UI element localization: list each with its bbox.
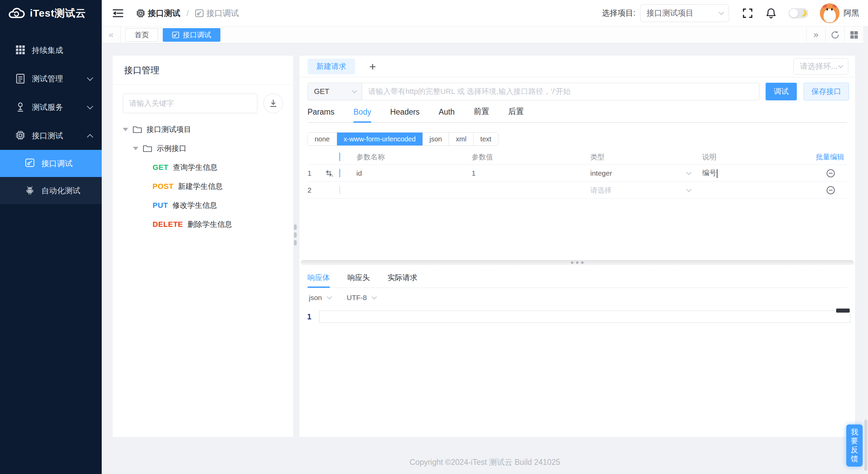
sidebar-item-label: 接口调试 bbox=[41, 158, 73, 169]
body-type-text[interactable]: text bbox=[474, 133, 498, 145]
chevron-down-icon bbox=[352, 88, 357, 94]
caret-down-icon[interactable] bbox=[123, 128, 128, 131]
tree-node-label: 接口测试项目 bbox=[146, 124, 191, 135]
chevron-down-icon bbox=[372, 294, 377, 300]
app-title: iTest测试云 bbox=[30, 6, 86, 20]
fullscreen-icon[interactable] bbox=[743, 8, 753, 18]
body-type-none[interactable]: none bbox=[308, 133, 337, 145]
editor-active-line[interactable] bbox=[319, 311, 850, 323]
horizontal-resize-handle[interactable] bbox=[301, 260, 854, 265]
search-input[interactable] bbox=[123, 94, 257, 113]
row-checkbox[interactable] bbox=[339, 186, 340, 194]
tab-headers[interactable]: Headers bbox=[390, 107, 420, 122]
tab-auth[interactable]: Auth bbox=[439, 107, 455, 122]
cpu-icon bbox=[136, 9, 145, 18]
param-value-field[interactable]: 1 bbox=[472, 169, 590, 177]
tab-body[interactable]: Body bbox=[353, 107, 371, 122]
feedback-button[interactable]: 我要反馈 bbox=[846, 424, 863, 467]
tree-node-api[interactable]: DELETE 删除学生信息 bbox=[123, 215, 293, 234]
route-tab-label: 接口调试 bbox=[183, 30, 211, 40]
drag-handle-icon[interactable] bbox=[324, 169, 339, 177]
api-test-submenu: 接口调试 自动化测试 bbox=[0, 150, 102, 204]
tab-response-headers[interactable]: 响应头 bbox=[348, 273, 370, 288]
response-format-select[interactable]: json bbox=[309, 294, 331, 302]
sidebar-item-test-mgmt[interactable]: 测试管理 bbox=[0, 64, 102, 93]
http-method-select[interactable]: GET bbox=[308, 83, 362, 100]
tab-actual-request[interactable]: 实际请求 bbox=[388, 273, 417, 288]
param-type-select[interactable]: integer bbox=[590, 169, 702, 177]
bulk-edit-link[interactable]: 批量编辑 bbox=[807, 152, 848, 162]
tab-post-script[interactable]: 后置 bbox=[508, 106, 524, 122]
tree-node-folder[interactable]: 示例接口 bbox=[123, 139, 293, 158]
toggle-knob bbox=[789, 9, 798, 18]
chevron-down-icon bbox=[327, 294, 332, 300]
double-arrow-right-icon[interactable]: » bbox=[806, 26, 825, 43]
param-desc-field[interactable]: 编号 bbox=[702, 168, 807, 178]
dark-mode-toggle[interactable] bbox=[789, 8, 808, 18]
download-button[interactable] bbox=[263, 94, 283, 113]
route-tabbar: « 首页 接口调试 » bbox=[102, 26, 863, 43]
tree-node-project[interactable]: 接口测试项目 bbox=[123, 120, 293, 139]
chevron-down-icon bbox=[686, 186, 692, 192]
api-method-badge: PUT bbox=[153, 201, 168, 210]
tree-node-api[interactable]: POST 新建学生信息 bbox=[123, 177, 293, 196]
editor-scrollbar-thumb[interactable] bbox=[836, 309, 850, 313]
api-name: 新建学生信息 bbox=[178, 181, 223, 192]
page-scrollbar[interactable] bbox=[864, 26, 868, 474]
body-type-xml[interactable]: xml bbox=[449, 133, 473, 145]
double-arrow-left-icon[interactable]: « bbox=[102, 26, 121, 43]
chevron-down-icon bbox=[87, 103, 93, 109]
select-all-checkbox[interactable] bbox=[339, 153, 340, 161]
layout-grid-icon[interactable] bbox=[844, 26, 863, 43]
col-param-desc: 说明 bbox=[702, 152, 807, 162]
tab-params[interactable]: Params bbox=[308, 107, 334, 122]
api-name: 删除学生信息 bbox=[188, 219, 232, 230]
collapse-sidebar-icon[interactable] bbox=[111, 6, 125, 20]
avatar[interactable] bbox=[820, 3, 840, 23]
sidebar-item-test-service[interactable]: 测试服务 bbox=[0, 93, 102, 121]
breadcrumb-section[interactable]: 接口测试 bbox=[136, 8, 180, 19]
app-logo[interactable]: iTest测试云 bbox=[0, 0, 102, 26]
response-editor[interactable]: 1 bbox=[299, 311, 850, 323]
tab-pre-script[interactable]: 前置 bbox=[474, 106, 489, 122]
route-tab-home[interactable]: 首页 bbox=[125, 28, 158, 42]
col-param-value: 参数值 bbox=[472, 152, 590, 162]
document-icon bbox=[16, 74, 26, 84]
body-type-urlencoded[interactable]: x-www-form-urlencoded bbox=[337, 133, 423, 145]
tree-node-api[interactable]: GET 查询学生信息 bbox=[123, 158, 293, 177]
param-type-select[interactable]: 请选择 bbox=[590, 185, 702, 195]
row-index: 2 bbox=[308, 186, 324, 194]
body-type-group: none x-www-form-urlencoded json xml text bbox=[308, 132, 498, 146]
response-encoding-select[interactable]: UTF-8 bbox=[347, 294, 376, 302]
bell-icon[interactable] bbox=[766, 8, 776, 19]
project-select[interactable]: 接口测试项目 bbox=[640, 4, 729, 22]
breadcrumb-page: 接口调试 bbox=[195, 8, 239, 19]
panel-resize-handle[interactable] bbox=[293, 222, 298, 248]
project-select-value: 接口测试项目 bbox=[647, 8, 693, 18]
param-name-field[interactable]: id bbox=[356, 169, 472, 177]
chevron-down-icon bbox=[686, 170, 692, 175]
sidebar-item-api-debug[interactable]: 接口调试 bbox=[0, 150, 102, 177]
remove-row-icon[interactable] bbox=[807, 169, 848, 178]
body-type-json[interactable]: json bbox=[423, 133, 449, 145]
caret-down-icon[interactable] bbox=[133, 147, 138, 150]
row-checkbox[interactable] bbox=[339, 169, 340, 177]
request-tab-new[interactable]: 新建请求 bbox=[308, 59, 355, 74]
environment-select[interactable]: 请选择环... bbox=[793, 58, 848, 75]
tree-node-api[interactable]: PUT 修改学生信息 bbox=[123, 196, 293, 215]
save-api-button[interactable]: 保存接口 bbox=[804, 83, 849, 100]
add-request-button[interactable]: + bbox=[369, 61, 376, 72]
page-scrollbar-thumb[interactable] bbox=[864, 420, 867, 471]
sidebar-item-api-test[interactable]: 接口测试 bbox=[0, 121, 102, 150]
debug-button[interactable]: 调试 bbox=[766, 83, 797, 100]
sidebar: iTest测试云 持续集成 测试管理 测试服务 bbox=[0, 0, 102, 474]
breadcrumb-separator: / bbox=[186, 8, 189, 18]
tab-response-body[interactable]: 响应体 bbox=[308, 273, 330, 288]
url-input[interactable] bbox=[362, 83, 759, 100]
refresh-icon[interactable] bbox=[825, 26, 844, 43]
api-name: 查询学生信息 bbox=[173, 162, 218, 173]
sidebar-item-ci[interactable]: 持续集成 bbox=[0, 36, 102, 64]
remove-row-icon[interactable] bbox=[807, 185, 848, 195]
route-tab-api-debug[interactable]: 接口调试 bbox=[163, 28, 220, 42]
sidebar-item-auto-test[interactable]: 自动化测试 bbox=[0, 177, 102, 204]
